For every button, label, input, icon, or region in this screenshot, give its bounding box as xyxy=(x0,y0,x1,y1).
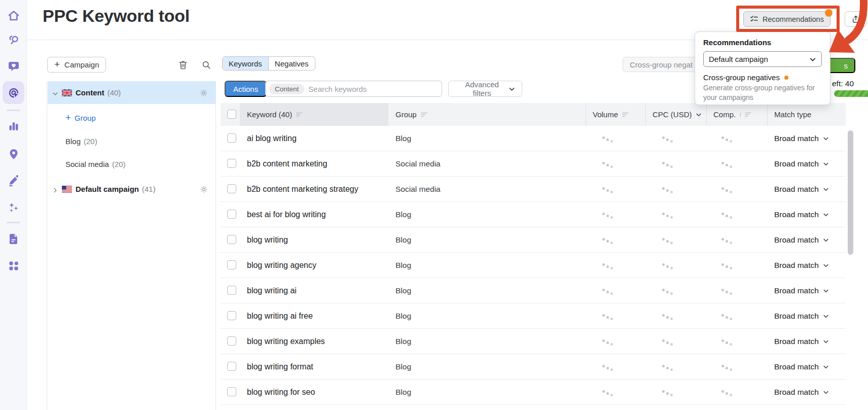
tree-item-default-campaign[interactable]: Default campaign (41) xyxy=(48,178,216,200)
row-checkbox[interactable] xyxy=(227,159,236,168)
row-checkbox[interactable] xyxy=(227,260,236,269)
table-row: blog writing format Blog Broad match xyxy=(221,354,846,380)
match-type-dropdown[interactable]: Broad match xyxy=(774,177,829,202)
icon-sidebar xyxy=(0,0,27,410)
table-row: ai blog writing Blog Broad match xyxy=(221,126,846,151)
local-marketing-icon[interactable] xyxy=(8,148,20,160)
campaign-select[interactable]: Default campaign xyxy=(703,51,822,67)
tree-item-count: (20) xyxy=(112,160,126,168)
campaign-select-value: Default campaign xyxy=(709,55,768,63)
cpc-loading-indicator xyxy=(662,263,674,269)
actions-button[interactable]: Actions xyxy=(225,81,267,97)
chevron-down-icon xyxy=(823,389,829,395)
tab-negatives[interactable]: Negatives xyxy=(268,57,315,70)
match-type-label: Broad match xyxy=(774,388,819,397)
keyword-search-box[interactable]: Content xyxy=(265,81,442,97)
column-header-competition[interactable]: Comp. i xyxy=(713,103,751,126)
match-type-dropdown[interactable]: Broad match xyxy=(774,278,829,303)
search-icon[interactable] xyxy=(201,60,211,70)
home-icon[interactable] xyxy=(8,10,20,22)
ppc-tool-icon[interactable] xyxy=(8,87,20,99)
add-group-link[interactable]: + Group xyxy=(48,107,216,129)
tree-item-content-campaign[interactable]: Content (40) xyxy=(48,81,216,104)
reports-icon[interactable] xyxy=(8,233,20,245)
match-type-dropdown[interactable]: Broad match xyxy=(774,329,829,354)
keyword-cell: b2b content marketing xyxy=(247,151,327,177)
row-checkbox[interactable] xyxy=(227,387,236,396)
recommendations-button[interactable]: Recommendations xyxy=(743,11,830,27)
tree-item-blog-group[interactable]: Blog (20) xyxy=(48,130,216,153)
vertical-scrollbar[interactable] xyxy=(848,130,853,255)
column-header-group[interactable]: Group xyxy=(395,103,427,126)
column-header-volume[interactable]: Volume xyxy=(593,103,629,126)
match-type-dropdown[interactable]: Broad match xyxy=(774,380,829,405)
ai-sparkles-icon[interactable] xyxy=(8,201,20,214)
keyword-research-icon[interactable] xyxy=(8,34,20,46)
table-body: ai blog writing Blog Broad match b2b con… xyxy=(221,126,846,405)
volume-loading-indicator xyxy=(602,213,614,219)
keyword-cell: blog writing xyxy=(247,227,288,253)
match-type-dropdown[interactable]: Broad match xyxy=(774,354,829,380)
match-type-dropdown[interactable]: Broad match xyxy=(774,202,829,227)
tab-keywords[interactable]: Keywords xyxy=(223,57,268,70)
apps-icon[interactable] xyxy=(8,260,20,272)
checklist-icon xyxy=(750,15,758,23)
add-campaign-button[interactable]: + Campaign xyxy=(47,57,106,73)
match-type-label: Broad match xyxy=(774,286,819,295)
group-cell: Blog xyxy=(395,227,411,253)
content-editor-icon[interactable] xyxy=(8,175,20,187)
search-scope-tag[interactable]: Content xyxy=(269,84,304,94)
column-header-match-type[interactable]: Match type xyxy=(774,103,811,126)
row-checkbox[interactable] xyxy=(227,362,236,371)
chevron-down-icon xyxy=(823,288,829,294)
group-cell: Blog xyxy=(395,354,411,380)
row-checkbox[interactable] xyxy=(227,336,236,346)
match-type-label: Broad match xyxy=(774,337,819,346)
volume-loading-indicator xyxy=(602,263,614,269)
tree-item-label: Content xyxy=(76,88,104,97)
chevron-right-icon[interactable] xyxy=(52,186,58,192)
cpc-loading-indicator xyxy=(662,213,674,219)
export-share-icon xyxy=(851,15,860,24)
advanced-filters-button[interactable]: Advanced filters xyxy=(448,81,522,97)
row-checkbox[interactable] xyxy=(227,286,236,295)
gear-icon[interactable] xyxy=(200,89,208,97)
match-type-dropdown[interactable]: Broad match xyxy=(774,126,829,151)
chevron-down-icon xyxy=(823,161,829,167)
column-header-cpc[interactable]: CPC (USD) xyxy=(653,103,702,126)
search-keywords-input[interactable] xyxy=(308,85,438,93)
match-type-dropdown[interactable]: Broad match xyxy=(774,151,829,177)
row-checkbox[interactable] xyxy=(227,235,236,244)
volume-loading-indicator xyxy=(602,136,614,143)
column-header-keyword[interactable]: Keyword (40) xyxy=(247,103,303,126)
keyword-cell: best ai for blog writing xyxy=(247,202,326,227)
cpc-loading-indicator xyxy=(662,314,674,320)
cross-group-negatives-button[interactable]: Cross-group negat xyxy=(623,57,703,72)
page-title: PPC Keyword tool xyxy=(43,6,190,26)
row-checkbox[interactable] xyxy=(227,311,236,320)
competition-loading-indicator xyxy=(721,187,734,193)
campaign-tree-panel: Content (40) + Group Blog (20) Social me… xyxy=(47,81,216,410)
tree-item-social-media-group[interactable]: Social media (20) xyxy=(48,153,216,176)
column-header-label: Keyword (40) xyxy=(247,110,292,119)
analytics-icon[interactable] xyxy=(8,120,20,132)
table-row: blog writing agency Blog Broad match xyxy=(221,253,846,278)
match-type-dropdown[interactable]: Broad match xyxy=(774,303,829,329)
column-separator xyxy=(645,103,646,126)
group-cell: Blog xyxy=(395,380,411,405)
cross-group-negatives-item[interactable]: Cross-group negatives xyxy=(703,73,822,82)
engagement-icon[interactable] xyxy=(8,60,20,73)
row-checkbox[interactable] xyxy=(227,210,236,219)
chevron-down-icon xyxy=(823,364,829,370)
row-checkbox[interactable] xyxy=(227,133,236,143)
match-type-dropdown[interactable]: Broad match xyxy=(774,227,829,253)
select-all-checkbox[interactable] xyxy=(227,110,236,119)
row-checkbox[interactable] xyxy=(227,184,236,193)
export-button[interactable] xyxy=(845,11,867,27)
chevron-down-icon[interactable] xyxy=(52,90,58,96)
table-row: blog writing ai Blog Broad match xyxy=(221,278,846,303)
table-row: blog writing Blog Broad match xyxy=(221,227,846,253)
match-type-dropdown[interactable]: Broad match xyxy=(774,253,829,278)
gear-icon[interactable] xyxy=(200,185,208,193)
delete-trash-icon[interactable] xyxy=(178,60,188,70)
